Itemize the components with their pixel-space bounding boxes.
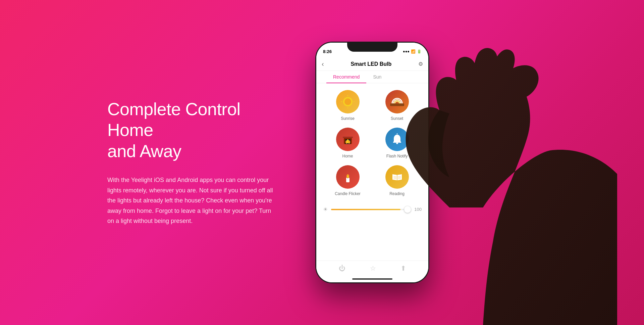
title-line2: and Away: [107, 141, 181, 161]
svg-rect-15: [346, 178, 350, 182]
title-line1: Complete Control Home: [107, 99, 240, 140]
svg-rect-12: [343, 137, 353, 138]
text-section: Complete Control Home and Away With the …: [107, 99, 275, 226]
svg-point-1: [344, 98, 351, 105]
scenes-grid: Sunrise Sunse: [316, 83, 428, 203]
battery-icon: 🔋: [417, 49, 422, 54]
phone-section: 8:26 ●●● 📶 🔋 ‹ Smart LED Bulb ⚙: [315, 42, 429, 283]
home-indicator: [352, 278, 392, 280]
svg-point-11: [348, 140, 350, 144]
favorites-button[interactable]: ☆: [370, 264, 376, 272]
settings-icon[interactable]: ⚙: [418, 61, 423, 67]
reading-icon: [385, 165, 409, 189]
brightness-value: 100: [412, 207, 422, 212]
brightness-min-icon: ☀: [323, 206, 328, 213]
main-title: Complete Control Home and Away: [107, 99, 275, 161]
signal-icon: ●●●: [403, 49, 410, 53]
slider-fill: [331, 209, 400, 210]
scene-flash-notify[interactable]: Flash Notify: [376, 128, 418, 158]
scene-home[interactable]: Home: [326, 128, 369, 158]
wifi-icon: 📶: [411, 49, 416, 54]
scene-sunrise[interactable]: Sunrise: [326, 90, 369, 121]
phone-notch: [347, 42, 397, 52]
app-header: ‹ Smart LED Bulb ⚙: [316, 57, 428, 71]
phone-screen: 8:26 ●●● 📶 🔋 ‹ Smart LED Bulb ⚙: [316, 43, 428, 282]
upload-button[interactable]: ⬆: [400, 264, 406, 272]
tab-recommend[interactable]: Recommend: [326, 71, 366, 83]
phone-frame: 8:26 ●●● 📶 🔋 ‹ Smart LED Bulb ⚙: [315, 42, 429, 283]
tab-sun[interactable]: Sun: [366, 71, 388, 83]
bottom-bar: ⏻ ☆ ⬆: [316, 261, 428, 276]
home-icon: [336, 128, 360, 151]
candle-flicker-label: Candle Flicker: [335, 191, 361, 196]
scene-sunset[interactable]: Sunset: [376, 90, 418, 121]
sunrise-label: Sunrise: [341, 116, 355, 121]
svg-point-13: [396, 143, 398, 144]
scene-reading[interactable]: Reading: [376, 165, 418, 196]
sunset-label: Sunset: [391, 116, 403, 121]
home-label: Home: [342, 154, 353, 158]
brightness-section: ☀ 100: [316, 203, 428, 216]
status-icons: ●●● 📶 🔋: [403, 49, 422, 54]
svg-rect-6: [390, 103, 404, 106]
status-time: 8:26: [323, 49, 332, 54]
slider-thumb[interactable]: [404, 206, 411, 213]
reading-label: Reading: [389, 191, 405, 196]
flash-notify-icon: [385, 128, 409, 151]
back-button[interactable]: ‹: [322, 60, 324, 68]
tabs-bar: Recommend Sun: [316, 71, 428, 83]
scene-candle-flicker[interactable]: Candle Flicker: [326, 165, 369, 196]
candle-flicker-icon: [336, 165, 360, 189]
sunset-icon: [385, 90, 409, 113]
sunrise-icon: [336, 90, 360, 113]
brightness-slider[interactable]: [331, 209, 408, 210]
flash-notify-label: Flash Notify: [386, 154, 408, 158]
description-text: With the Yeelight iOS and Android apps y…: [107, 175, 275, 226]
power-button[interactable]: ⏻: [339, 265, 345, 272]
app-title: Smart LED Bulb: [351, 61, 391, 67]
